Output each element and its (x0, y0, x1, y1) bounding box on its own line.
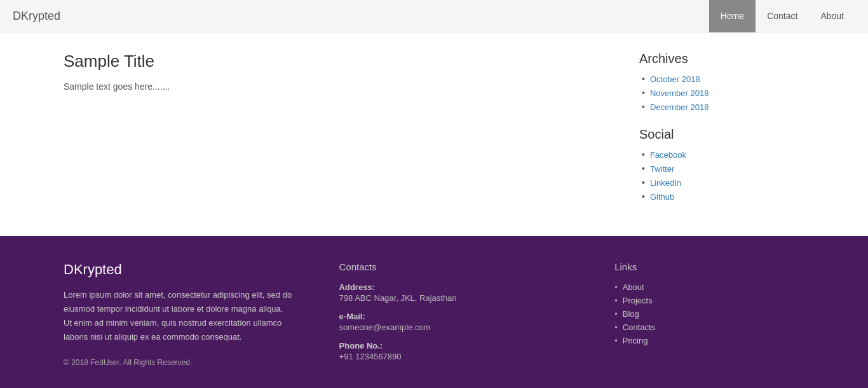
page-title: Sample Title (64, 52, 614, 71)
list-item[interactable]: December 2018 (642, 102, 804, 112)
email-label: e-Mail: (339, 312, 577, 321)
footer-link-projects: Projects (623, 296, 653, 305)
navbar: DKrypted Home Contact About (0, 0, 868, 32)
page-body: Sample text goes here....... (64, 81, 614, 92)
content-area: Sample Title Sample text goes here......… (64, 52, 639, 217)
footer-links-title: Links (614, 261, 804, 272)
phone-value: +91 1234567890 (339, 352, 577, 361)
footer-contacts-section: Contacts Address: 798 ABC Nagar, JKL, Ra… (339, 261, 577, 370)
list-item[interactable]: Contacts (614, 322, 804, 332)
list-item[interactable]: LinkedIn (642, 177, 804, 188)
footer-link-contacts: Contacts (623, 322, 655, 332)
nav-link-contact[interactable]: Contact (756, 0, 809, 32)
list-item[interactable]: Blog (614, 309, 804, 319)
footer-brand-name: DKrypted (64, 261, 301, 278)
nav-item-contact[interactable]: Contact (756, 0, 809, 32)
footer-link-pricing: Pricing (623, 336, 648, 345)
list-item[interactable]: October 2018 (642, 74, 804, 84)
footer: DKrypted Lorem ipsum dolor sit amet, con… (0, 236, 868, 388)
address-value: 798 ABC Nagar, JKL, Rajasthan (339, 293, 577, 303)
footer-contacts-title: Contacts (339, 261, 577, 272)
social-section: Social Facebook Twitter LinkedIn Github (639, 127, 804, 202)
nav-link-about[interactable]: About (809, 0, 855, 32)
archive-link-oct[interactable]: October 2018 (650, 74, 700, 84)
list-item[interactable]: Twitter (642, 163, 804, 174)
social-link-facebook[interactable]: Facebook (650, 150, 686, 160)
footer-link-blog: Blog (623, 309, 639, 319)
navbar-nav: Home Contact About (709, 0, 855, 32)
social-link-github[interactable]: Github (650, 192, 674, 202)
footer-link-about: About (623, 282, 644, 292)
archives-section: Archives October 2018 November 2018 Dece… (639, 52, 804, 112)
footer-links-section: Links About Projects Blog Contacts Prici… (614, 261, 804, 370)
social-list: Facebook Twitter LinkedIn Github (639, 149, 804, 202)
phone-label: Phone No.: (339, 341, 577, 350)
footer-brand-section: DKrypted Lorem ipsum dolor sit amet, con… (64, 261, 301, 370)
email-value: someone@example.com (339, 322, 577, 332)
footer-links-list: About Projects Blog Contacts Pricing (614, 282, 804, 345)
list-item[interactable]: Facebook (642, 149, 804, 160)
nav-link-home[interactable]: Home (709, 0, 756, 32)
archives-list: October 2018 November 2018 December 2018 (639, 74, 804, 112)
list-item[interactable]: Projects (614, 296, 804, 305)
footer-copyright: © 2018 FedUser. All Rights Reserved. (64, 358, 192, 367)
navbar-brand: DKrypted (13, 10, 60, 23)
nav-item-about[interactable]: About (809, 0, 855, 32)
list-item[interactable]: Pricing (614, 336, 804, 345)
social-link-linkedin[interactable]: LinkedIn (650, 178, 681, 188)
list-item[interactable]: About (614, 282, 804, 292)
list-item[interactable]: November 2018 (642, 88, 804, 98)
social-title: Social (639, 127, 804, 142)
list-item[interactable]: Github (642, 191, 804, 202)
social-link-twitter[interactable]: Twitter (650, 164, 674, 174)
nav-item-home[interactable]: Home (709, 0, 756, 32)
archive-link-dec[interactable]: December 2018 (650, 102, 709, 112)
main-container: Sample Title Sample text goes here......… (0, 32, 868, 236)
footer-description: Lorem ipsum dolor sit amet, consectetur … (64, 288, 292, 344)
address-label: Address: (339, 282, 577, 292)
sidebar: Archives October 2018 November 2018 Dece… (639, 52, 804, 217)
archives-title: Archives (639, 52, 804, 66)
archive-link-nov[interactable]: November 2018 (650, 88, 709, 98)
